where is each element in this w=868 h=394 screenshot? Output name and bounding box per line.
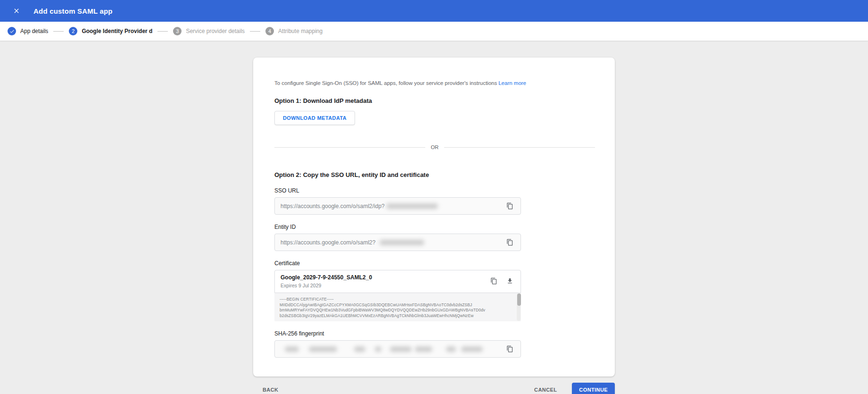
pem-line: bmMuMRYwFAYDVQQHEw1Nb3VudGFpbiBWaWV3MQ8w…: [280, 308, 512, 313]
step-connector: [250, 31, 260, 32]
idp-details-card: To configure Single Sign-On (SSO) for SA…: [253, 58, 615, 377]
step-connector: [157, 31, 168, 32]
step-app-details[interactable]: App details: [8, 27, 48, 35]
sso-url-value: https://accounts.google.com/o/saml2/idp?: [281, 203, 385, 210]
footer-right-group: CANCEL CONTINUE: [527, 383, 615, 394]
download-icon[interactable]: [504, 276, 515, 286]
step-attribute-mapping[interactable]: 4 Attribute mapping: [265, 27, 322, 35]
sso-url-field[interactable]: https://accounts.google.com/o/saml2/idp?: [274, 197, 521, 215]
redacted-value: [285, 346, 299, 352]
download-metadata-button[interactable]: DOWNLOAD METADATA: [274, 111, 355, 125]
redacted-value: [309, 346, 337, 352]
entity-id-value: https://accounts.google.com/o/saml2?: [281, 239, 375, 246]
step-label: App details: [20, 28, 48, 34]
redacted-value: [354, 346, 365, 352]
step-complete-check-icon: [8, 27, 16, 35]
step-number-badge: 2: [69, 27, 77, 35]
copy-icon[interactable]: [488, 276, 499, 286]
back-button[interactable]: BACK: [255, 383, 286, 394]
certificate-actions: [488, 274, 515, 286]
certificate-header: Google_2029-7-9-24550_SAML2_0 Expires 9 …: [274, 270, 521, 293]
copy-icon[interactable]: [504, 201, 515, 211]
certificate-name: Google_2029-7-9-24550_SAML2_0: [281, 274, 372, 281]
footer-actions: BACK CANCEL CONTINUE: [253, 383, 615, 394]
cancel-button[interactable]: CANCEL: [527, 383, 564, 394]
step-label: Service provider details: [186, 28, 245, 34]
step-label: Attribute mapping: [278, 28, 322, 34]
step-connector: [53, 31, 64, 32]
sha256-label: SHA-256 fingerprint: [274, 330, 595, 337]
continue-button[interactable]: CONTINUE: [572, 383, 615, 394]
pem-line: -----BEGIN CERTIFICATE-----: [280, 297, 512, 302]
redacted-value: [390, 346, 412, 352]
step-number-badge: 3: [173, 27, 182, 35]
certificate-info: Google_2029-7-9-24550_SAML2_0 Expires 9 …: [281, 274, 372, 288]
learn-more-link[interactable]: Learn more: [498, 80, 526, 86]
sso-url-label: SSO URL: [274, 187, 595, 194]
or-divider: OR: [274, 144, 595, 150]
redacted-value: [415, 346, 432, 352]
close-icon[interactable]: [11, 6, 22, 16]
intro-text: To configure Single Sign-On (SSO) for SA…: [274, 79, 595, 87]
option1-heading: Option 1: Download IdP metadata: [274, 97, 595, 104]
scrollbar-thumb[interactable]: [517, 293, 521, 306]
dialog-header: Add custom SAML app: [0, 0, 868, 22]
redacted-value: [380, 240, 424, 245]
dialog-title: Add custom SAML app: [33, 7, 113, 15]
copy-icon[interactable]: [504, 344, 515, 354]
option2-heading: Option 2: Copy the SSO URL, entity ID an…: [274, 171, 595, 178]
step-google-idp-details[interactable]: 2 Google Identity Provider details: [69, 27, 152, 35]
stepper: App details 2 Google Identity Provider d…: [0, 22, 868, 41]
certificate-pem-block[interactable]: -----BEGIN CERTIFICATE----- MIIDdDCCAlyg…: [274, 293, 521, 321]
redacted-value: [446, 346, 456, 352]
certificate-label: Certificate: [274, 260, 595, 267]
pem-line: b2dsZSBGb3IgV29yazELMAkGA1UEBhMCVVMxEzAR…: [280, 313, 512, 319]
divider-label: OR: [425, 144, 445, 150]
certificate-box: Google_2029-7-9-24550_SAML2_0 Expires 9 …: [274, 270, 521, 321]
redacted-fingerprint: [281, 346, 483, 352]
redacted-value: [375, 346, 381, 352]
divider-line: [444, 147, 595, 148]
copy-icon[interactable]: [504, 237, 515, 248]
step-number-badge: 4: [265, 27, 274, 35]
entity-id-label: Entity ID: [274, 224, 595, 230]
pem-line: MIIDdDCCAlygAwIBAgIGAZCcCPYXMA0GCSqGSIb3…: [280, 302, 512, 308]
redacted-value: [386, 203, 438, 209]
entity-id-field[interactable]: https://accounts.google.com/o/saml2?: [274, 234, 521, 251]
divider-line: [274, 147, 425, 148]
certificate-expiry: Expires 9 Jul 2029: [281, 283, 372, 288]
step-label: Google Identity Provider details: [82, 28, 152, 34]
redacted-value: [461, 346, 483, 352]
step-service-provider-details[interactable]: 3 Service provider details: [173, 27, 245, 35]
sha256-field[interactable]: [274, 340, 521, 358]
